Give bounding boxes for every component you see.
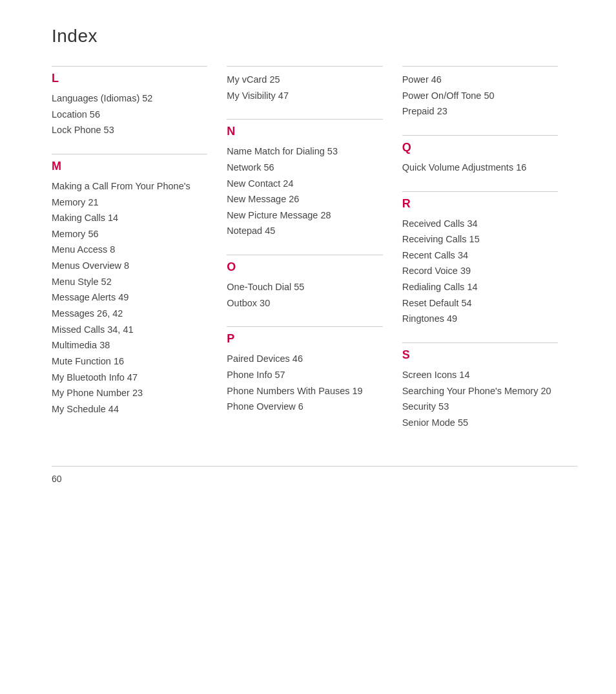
index-columns: LLanguages (Idiomas) 52Location 56Lock P… (52, 66, 577, 447)
index-entry: New Picture Message 28 (227, 207, 382, 224)
section-letter-O: O (227, 260, 382, 274)
section-divider (227, 66, 382, 67)
index-entry: Reset Default 54 (402, 295, 558, 311)
index-entry: Senior Mode 55 (402, 415, 558, 431)
index-entry: New Message 26 (227, 191, 382, 207)
section-letter-L: L (52, 72, 207, 85)
section-divider (402, 66, 558, 67)
index-entry: Record Voice 39 (402, 263, 558, 279)
section-cont-0: My vCard 25My Visibility 47 (227, 66, 382, 103)
section-divider (227, 326, 382, 327)
index-entry: Message Alerts 49 (52, 289, 207, 306)
index-entry: Memory 56 (52, 226, 207, 242)
section-divider (402, 191, 558, 192)
section-divider (402, 135, 558, 136)
index-entry: Power 46 (402, 72, 558, 88)
section-letter-S: S (402, 348, 558, 362)
index-entry: Notepad 45 (227, 223, 382, 239)
section-O-2: OOne-Touch Dial 55Outbox 30 (227, 255, 382, 311)
column-1: LLanguages (Idiomas) 52Location 56Lock P… (52, 66, 227, 447)
index-entry: My Visibility 47 (227, 88, 382, 104)
section-cont-0: Power 46Power On/Off Tone 50Prepaid 23 (402, 66, 558, 120)
index-entry: Mute Function 16 (52, 353, 207, 370)
section-letter-Q: Q (402, 141, 558, 154)
section-N-1: NName Match for Dialing 53Network 56New … (227, 119, 382, 239)
section-letter-P: P (227, 332, 382, 346)
index-entry: Receiving Calls 15 (402, 231, 558, 247)
index-entry: Screen Icons 14 (402, 367, 558, 383)
index-entry: Network 56 (227, 160, 382, 176)
index-entry: Ringtones 49 (402, 311, 558, 327)
section-P-3: PPaired Devices 46Phone Info 57Phone Num… (227, 326, 382, 415)
index-entry: My vCard 25 (227, 72, 382, 88)
column-2: My vCard 25My Visibility 47NName Match f… (227, 66, 402, 447)
page-title: Index (52, 26, 577, 47)
section-letter-R: R (402, 197, 558, 211)
index-entry: New Contact 24 (227, 176, 382, 192)
index-entry: Security 53 (402, 399, 558, 415)
section-S-3: SScreen Icons 14Searching Your Phone's M… (402, 342, 558, 431)
index-entry: Outbox 30 (227, 295, 382, 311)
index-entry: Location 56 (52, 107, 207, 123)
section-R-2: RReceived Calls 34Receiving Calls 15Rece… (402, 191, 558, 327)
index-entry: Received Calls 34 (402, 216, 558, 232)
section-divider (402, 342, 558, 343)
index-entry: Menus Overview 8 (52, 258, 207, 274)
section-divider (52, 154, 207, 154)
index-entry: Phone Info 57 (227, 367, 382, 383)
index-entry: My Bluetooth Info 47 (52, 370, 207, 386)
index-entry: Missed Calls 34, 41 (52, 322, 207, 338)
section-divider (52, 66, 207, 67)
index-entry: Menu Style 52 (52, 274, 207, 290)
section-letter-M: M (52, 160, 207, 173)
index-entry: My Schedule 44 (52, 401, 207, 417)
index-entry: Languages (Idiomas) 52 (52, 90, 207, 107)
index-entry: One-Touch Dial 55 (227, 279, 382, 295)
index-entry: Phone Overview 6 (227, 399, 382, 415)
index-entry: Phone Numbers With Pauses 19 (227, 383, 382, 399)
index-entry: Making a Call From Your Phone's Memory 2… (52, 178, 207, 210)
section-divider (227, 255, 382, 255)
section-L-0: LLanguages (Idiomas) 52Location 56Lock P… (52, 66, 207, 138)
index-entry: Lock Phone 53 (52, 122, 207, 138)
index-entry: Menu Access 8 (52, 242, 207, 258)
index-entry: Prepaid 23 (402, 103, 558, 120)
index-entry: Power On/Off Tone 50 (402, 88, 558, 104)
index-entry: Recent Calls 34 (402, 247, 558, 264)
index-entry: Redialing Calls 14 (402, 279, 558, 295)
index-entry: Name Match for Dialing 53 (227, 143, 382, 160)
index-entry: Messages 26, 42 (52, 306, 207, 322)
section-M-1: MMaking a Call From Your Phone's Memory … (52, 154, 207, 417)
page-number: 60 (52, 474, 62, 484)
index-entry: Making Calls 14 (52, 210, 207, 226)
index-entry: Multimedia 38 (52, 337, 207, 353)
index-entry: Paired Devices 46 (227, 351, 382, 367)
section-Q-1: QQuick Volume Adjustments 16 (402, 135, 558, 176)
section-letter-N: N (227, 125, 382, 138)
column-3: Power 46Power On/Off Tone 50Prepaid 23QQ… (402, 66, 577, 447)
page-footer: 60 (52, 466, 577, 484)
section-divider (227, 119, 382, 120)
index-entry: Searching Your Phone's Memory 20 (402, 383, 558, 399)
index-entry: My Phone Number 23 (52, 385, 207, 401)
index-entry: Quick Volume Adjustments 16 (402, 160, 558, 176)
